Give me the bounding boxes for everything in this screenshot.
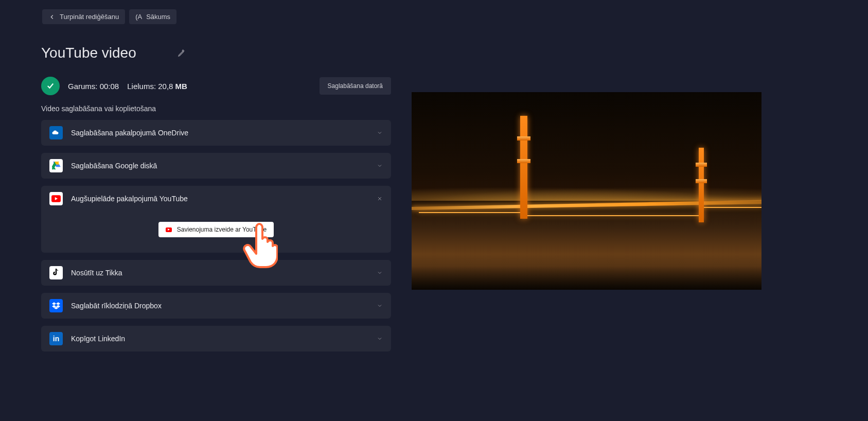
close-icon[interactable] (377, 196, 383, 202)
share-option-label: Saglabāt rīklodziņā Dropbox (71, 302, 368, 310)
share-option-dropbox-header[interactable]: Saglabāt rīklodziņā Dropbox (41, 293, 391, 319)
share-option-label: Saglabāšana pakalpojumā OneDrive (71, 129, 368, 137)
status-check-icon (41, 77, 60, 95)
share-option-dropbox: Saglabāt rīklodziņā Dropbox (41, 293, 391, 319)
tiktok-icon (49, 266, 63, 279)
chevron-down-icon (377, 303, 383, 309)
share-option-gdrive: Saglabāšana Google diskā (41, 153, 391, 179)
gdrive-icon (49, 159, 63, 172)
youtube-small-icon (166, 227, 172, 232)
onedrive-icon (49, 126, 63, 139)
linkedin-icon: in (49, 332, 63, 345)
chevron-down-icon (377, 270, 383, 276)
share-option-tiktok: Nosūtīt uz Tikka (41, 260, 391, 286)
home-label: Sākums (146, 13, 170, 21)
arrow-left-icon (48, 13, 56, 21)
home-button[interactable]: (A Sākums (129, 9, 176, 24)
save-to-computer-button[interactable]: Saglabāšana datorā (320, 77, 391, 95)
share-option-youtube: Augšupielāde pakalpojumā YouTube Savieno… (41, 186, 391, 253)
share-option-onedrive: Saglabāšana pakalpojumā OneDrive (41, 120, 391, 146)
continue-editing-button[interactable]: Turpināt rediģēšanu (42, 9, 125, 24)
share-option-gdrive-header[interactable]: Saglabāšana Google diskā (41, 153, 391, 179)
share-option-label: Augšupielāde pakalpojumā YouTube (71, 195, 368, 203)
size-label: Lielums: 20,8 MB (127, 82, 187, 91)
share-option-onedrive-header[interactable]: Saglabāšana pakalpojumā OneDrive (41, 120, 391, 146)
dropbox-icon (49, 299, 63, 312)
share-option-youtube-header[interactable]: Augšupielāde pakalpojumā YouTube (41, 186, 391, 212)
connect-youtube-label: Savienojuma izveide ar YouTube (177, 226, 267, 233)
share-subheading: Video saglabāšana vai koplietošana (41, 104, 391, 113)
chevron-down-icon (377, 163, 383, 169)
chevron-down-icon (377, 130, 383, 136)
edit-icon[interactable] (178, 49, 186, 57)
share-option-label: Kopīgot LinkedIn (71, 335, 368, 343)
duration-label: Garums: 00:08 (68, 82, 119, 91)
share-option-linkedin-header[interactable]: in Kopīgot LinkedIn (41, 326, 391, 352)
page-title: YouTube video (41, 45, 136, 61)
video-preview-thumbnail (412, 92, 761, 290)
share-option-label: Nosūtīt uz Tikka (71, 269, 368, 277)
chevron-down-icon (377, 336, 383, 342)
share-option-label: Saglabāšana Google diskā (71, 162, 368, 170)
youtube-icon (49, 192, 63, 205)
home-prefix: (A (135, 13, 142, 21)
connect-youtube-button[interactable]: Savienojuma izveide ar YouTube (158, 222, 274, 237)
share-option-tiktok-header[interactable]: Nosūtīt uz Tikka (41, 260, 391, 286)
continue-editing-label: Turpināt rediģēšanu (60, 13, 119, 21)
share-option-linkedin: in Kopīgot LinkedIn (41, 326, 391, 352)
